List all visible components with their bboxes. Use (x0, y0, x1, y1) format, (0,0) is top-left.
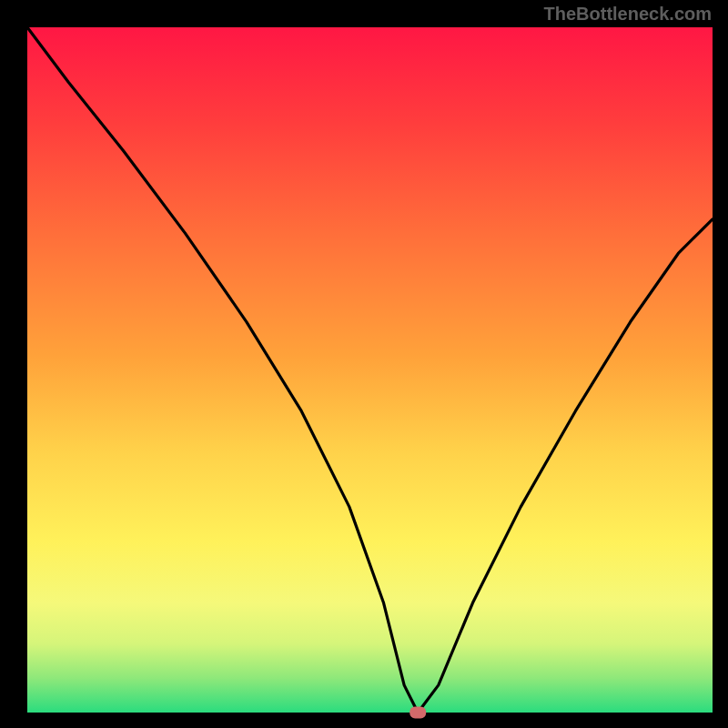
bottleneck-chart (0, 0, 728, 728)
optimum-marker (410, 707, 426, 719)
chart-container: TheBottleneck.com (0, 0, 728, 728)
watermark-text: TheBottleneck.com (544, 4, 712, 25)
plot-background (27, 27, 713, 713)
